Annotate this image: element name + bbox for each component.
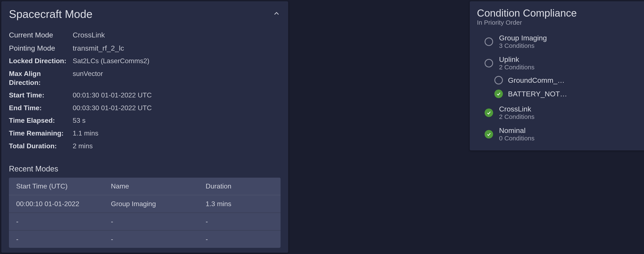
current-mode-value: CrossLink [73,29,280,41]
subcondition-name: BATTERY_NOT… [508,90,567,98]
col-start-time: Start Time (UTC) [16,182,111,190]
cell-name: Group Imaging [111,200,206,208]
recent-modes-table: Start Time (UTC) Name Duration 00:00:10 … [9,178,280,248]
time-elapsed-value: 53 s [73,115,280,126]
locked-direction-label: Locked Direction: [9,55,73,67]
check-circle-icon [484,130,493,138]
cell-duration: - [206,218,273,225]
chevron-up-icon [273,10,280,18]
circle-empty-icon [484,38,493,46]
condition-count: 3 Conditions [499,42,638,49]
condition-compliance-title: Condition Compliance [477,7,644,19]
status-icon-empty [484,58,494,68]
table-row[interactable]: - - - [9,213,280,230]
cell-start: 00:00:10 01-01-2022 [16,200,111,208]
condition-item-group-imaging[interactable]: Group Imaging 3 Conditions [484,34,644,49]
condition-compliance-panel: Condition Compliance In Priority Order G… [470,1,644,150]
condition-name: CrossLink [499,105,638,113]
spacecraft-mode-header: Spacecraft Mode [9,8,280,21]
circle-empty-icon [494,76,503,84]
recent-modes-title: Recent Modes [9,164,280,173]
time-remaining-label: Time Remaining: [9,128,73,139]
condition-count: 0 Conditions [499,135,644,142]
condition-compliance-subtitle: In Priority Order [477,19,644,26]
recent-modes-header-row: Start Time (UTC) Name Duration [9,178,280,195]
condition-count: 2 Conditions [499,64,638,71]
status-icon-empty [484,37,494,47]
condition-item-nominal[interactable]: Nominal 0 Conditions [484,126,644,142]
col-duration: Duration [206,182,273,190]
condition-name: Nominal [499,126,644,135]
condition-item-crosslink[interactable]: CrossLink 2 Conditions [484,105,644,120]
spacecraft-mode-fields: Current Mode CrossLink Pointing Mode tra… [9,29,280,152]
cell-start: - [16,235,111,243]
max-align-direction-value: sunVector [73,68,280,88]
end-time-value: 00:03:30 01-01-2022 UTC [73,102,280,114]
pointing-mode-label: Pointing Mode [9,42,73,54]
condition-name: Uplink [499,55,638,64]
pointing-mode-value: transmit_rf_2_lc [73,42,280,54]
condition-text: CrossLink 2 Conditions [499,105,638,120]
end-time-label: End Time: [9,102,73,114]
locked-direction-value: Sat2LCs (LaserComms2) [73,55,280,67]
uplink-children: GroundComm_… BATTERY_NOT… [484,76,644,98]
condition-text: Group Imaging 3 Conditions [499,34,638,49]
current-mode-label: Current Mode [9,29,73,41]
total-duration-value: 2 mins [73,140,280,152]
status-icon-ok [494,90,503,98]
time-elapsed-label: Time Elapsed: [9,115,73,126]
table-row[interactable]: - - - [9,230,280,248]
condition-text: Nominal 0 Conditions [499,126,644,142]
condition-subitem-groundcomm[interactable]: GroundComm_… [494,76,644,84]
status-icon-empty [494,76,503,84]
check-circle-icon [494,90,503,98]
subcondition-name: GroundComm_… [508,76,564,84]
condition-text: Uplink 2 Conditions [499,55,638,71]
table-row[interactable]: 00:00:10 01-01-2022 Group Imaging 1.3 mi… [9,195,280,213]
check-circle-icon [484,109,493,117]
col-name: Name [111,182,206,190]
cell-start: - [16,218,111,225]
circle-empty-icon [484,59,493,67]
status-icon-ok [484,129,494,139]
cell-name: - [111,235,206,243]
cell-name: - [111,218,206,225]
start-time-value: 00:01:30 01-01-2022 UTC [73,90,280,101]
cell-duration: 1.3 mins [206,200,273,208]
status-icon-ok [484,108,494,118]
condition-item-uplink[interactable]: Uplink 2 Conditions [484,55,644,71]
condition-name: Group Imaging [499,34,638,42]
collapse-spacecraft-mode-button[interactable] [272,10,280,18]
start-time-label: Start Time: [9,90,73,101]
condition-compliance-list: Group Imaging 3 Conditions Uplink 2 Cond… [477,34,644,142]
condition-subitem-battery[interactable]: BATTERY_NOT… [494,90,644,98]
spacecraft-mode-panel: Spacecraft Mode Current Mode CrossLink P… [1,1,288,253]
condition-count: 2 Conditions [499,113,638,120]
cell-duration: - [206,235,273,243]
spacecraft-mode-title: Spacecraft Mode [9,8,92,21]
total-duration-label: Total Duration: [9,140,73,152]
time-remaining-value: 1.1 mins [73,128,280,139]
max-align-direction-label: Max Align Direction: [9,68,73,88]
